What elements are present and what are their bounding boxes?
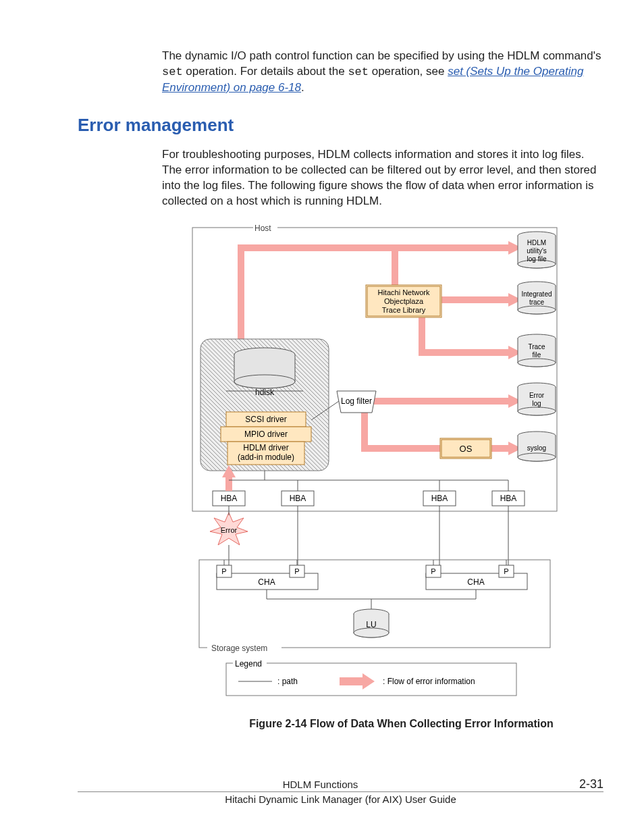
footer-section: HDLM Functions (78, 779, 563, 790)
svg-text:Integrated: Integrated (521, 290, 552, 298)
intro-text: The dynamic I/O path control function ca… (162, 49, 601, 62)
svg-point-30 (518, 306, 556, 314)
label-hitachi-3: Trace Library (382, 306, 426, 314)
label-os: OS (460, 444, 473, 454)
cylinder-syslog: syslog (518, 432, 556, 461)
intro-paragraph: The dynamic I/O path control function ca… (162, 49, 603, 96)
label-hitachi-2: Objectplaza (384, 297, 424, 305)
label-cha: CHA (467, 577, 484, 587)
svg-text:HDLM: HDLM (527, 239, 546, 246)
svg-text:syslog: syslog (527, 444, 546, 452)
label-mpio-driver: MPIO driver (244, 429, 288, 439)
svg-marker-93 (363, 673, 375, 689)
svg-text:Error: Error (529, 392, 545, 399)
label-p: P (221, 567, 226, 575)
svg-text:log: log (532, 400, 541, 407)
cylinder-integrated-trace: Integrated trace (518, 282, 556, 314)
code-set-1: set (162, 66, 183, 78)
cylinder-trace-file: Trace file (518, 334, 556, 367)
page-footer: HDLM Functions 2-31 Hitachi Dynamic Link… (78, 777, 603, 805)
intro-text: operation, see (369, 65, 448, 78)
label-cha: CHA (258, 577, 275, 587)
error-starburst: Error (210, 513, 248, 545)
code-set-2: set (348, 66, 369, 78)
svg-text:Error: Error (221, 526, 238, 534)
label-hba: HBA (500, 494, 517, 503)
intro-text: operation. For details about the (183, 65, 348, 78)
footer-doc-title: Hitachi Dynamic Link Manager (for AIX) U… (78, 793, 603, 805)
label-legend-path: : path (277, 677, 298, 686)
svg-text:file: file (533, 351, 541, 359)
label-hdlm-driver-sub: (add-in module) (238, 452, 294, 462)
footer-page-number: 2-31 (563, 777, 603, 791)
label-hitachi-1: Hitachi Network (377, 288, 430, 296)
heading-error-management: Error management (78, 115, 603, 136)
figure-caption: Figure 2-14 Flow of Data When Collecting… (199, 718, 603, 730)
svg-text:utility's: utility's (527, 247, 547, 255)
cylinder-error-log: Error log (518, 383, 556, 415)
svg-point-35 (518, 359, 556, 367)
section-body: For troubleshooting purposes, HDLM colle… (162, 147, 603, 209)
label-legend-flow: : Flow of error information (383, 677, 475, 686)
svg-text:log file: log file (527, 255, 547, 263)
cylinder-hdlm-utility: HDLM utility's log file (518, 232, 556, 268)
svg-rect-92 (340, 677, 363, 685)
label-hba: HBA (290, 494, 306, 503)
label-p: P (504, 567, 508, 575)
label-hba: HBA (431, 494, 448, 503)
label-scsi-driver: SCSI driver (245, 415, 286, 424)
figure-diagram: Host (186, 221, 603, 730)
svg-text:trace: trace (529, 298, 545, 306)
label-lu: LU (366, 620, 376, 629)
label-hdlm-driver: HDLM driver (243, 443, 288, 452)
svg-point-45 (518, 453, 556, 461)
label-log-filter: Log filter (341, 396, 372, 406)
label-p: P (431, 567, 435, 575)
svg-point-87 (354, 628, 389, 637)
svg-text:Trace: Trace (528, 343, 545, 350)
svg-point-40 (518, 407, 556, 415)
intro-text: . (301, 81, 304, 94)
label-hdisk: hdisk (255, 388, 275, 397)
label-p: P (294, 567, 299, 575)
svg-point-11 (234, 375, 295, 388)
label-storage-system: Storage system (211, 644, 267, 653)
label-hba: HBA (221, 494, 238, 503)
label-legend: Legend (235, 659, 262, 669)
label-host: Host (254, 224, 271, 233)
